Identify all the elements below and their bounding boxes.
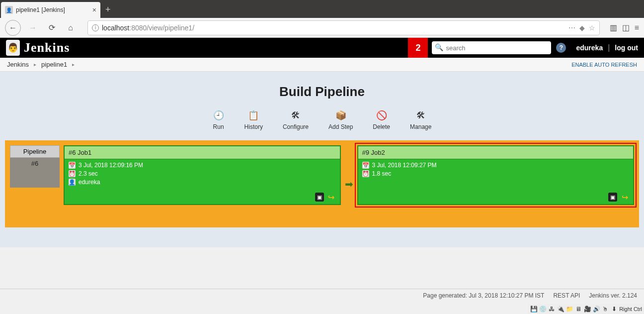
delete-label: Delete: [373, 123, 390, 130]
chevron-right-icon: ▸: [34, 62, 36, 67]
shield-icon[interactable]: ◆: [579, 24, 585, 32]
search-input[interactable]: [432, 41, 551, 54]
delete-button[interactable]: 🚫 Delete: [373, 109, 390, 130]
pipeline-panel: Pipeline #6 #6 Job1 📅3 Jul, 2018 12:09:1…: [5, 140, 639, 227]
main-area: Build Pipeline 🕘 Run 📋 History 🛠 Configu…: [0, 72, 644, 247]
vm-recording-icon[interactable]: 🎥: [583, 305, 591, 313]
job-card-1: #6 Job1 📅3 Jul, 2018 12:09:16 PM ⏰2.3 se…: [64, 145, 341, 205]
console-output-button[interactable]: ▣: [608, 193, 617, 202]
browser-toolbar: ← → ⟳ ⌂ i localhost:8080/view/pipeline1/…: [0, 18, 644, 38]
help-icon[interactable]: ?: [556, 43, 566, 53]
manage-icon: 🛠: [415, 109, 427, 121]
calendar-icon: 📅: [362, 162, 369, 169]
clock-icon: ⏰: [69, 170, 76, 177]
vm-usb-icon[interactable]: 🔌: [557, 305, 564, 313]
page-generated-text: Page generated: Jul 3, 2018 12:10:27 PM …: [423, 292, 544, 299]
url-bar[interactable]: i localhost:8080/view/pipeline1/ ⋯ ◆ ☆: [87, 20, 600, 35]
run-label: Run: [213, 123, 224, 130]
manage-label: Manage: [410, 123, 431, 130]
pipeline-info-header: Pipeline: [10, 145, 60, 158]
pipeline-build-number[interactable]: #6: [10, 158, 60, 188]
tab-title: pipeline1 [Jenkins]: [16, 6, 65, 13]
vm-display-icon[interactable]: 🖥: [574, 305, 582, 313]
search-container: 🔍: [432, 41, 551, 54]
url-host: localhost: [102, 24, 129, 32]
configure-icon: 🛠: [290, 109, 302, 121]
rest-api-link[interactable]: REST API: [553, 292, 580, 299]
job2-title[interactable]: #9 Job2: [358, 146, 634, 159]
vm-network-icon[interactable]: 🖧: [548, 305, 556, 313]
job1-timestamp: 3 Jul, 2018 12:09:16 PM: [79, 162, 143, 169]
add-step-button[interactable]: 📦 Add Step: [328, 109, 353, 130]
vm-shared-icon[interactable]: 📁: [565, 305, 573, 313]
vm-optical-icon[interactable]: 💿: [539, 305, 547, 313]
vm-keyboard-icon[interactable]: ⬇: [610, 305, 618, 313]
browser-tab-strip: 👤 pipeline1 [Jenkins] × +: [0, 0, 644, 18]
run-icon: 🕘: [213, 109, 225, 121]
notification-badge[interactable]: 2: [408, 38, 428, 58]
rerun-button[interactable]: ↪: [327, 193, 336, 202]
vm-mouse-icon[interactable]: 🖱: [601, 305, 609, 313]
breadcrumb-view[interactable]: pipeline1: [41, 61, 67, 68]
chevron-right-icon: ▸: [72, 62, 75, 67]
jenkins-brand-text: Jenkins: [24, 40, 70, 55]
tab-favicon-icon: 👤: [5, 6, 13, 14]
sidebar-icon[interactable]: ◫: [622, 23, 630, 32]
jenkins-logo[interactable]: 👨 Jenkins: [6, 40, 70, 56]
clock-icon: ⏰: [362, 170, 369, 177]
forward-button[interactable]: →: [26, 21, 40, 35]
user-icon: 👤: [69, 179, 76, 186]
job-card-2: #9 Job2 📅3 Jul, 2018 12:09:27 PM ⏰1.8 se…: [357, 145, 635, 205]
library-icon[interactable]: ▥: [610, 23, 617, 32]
url-port: :8080: [129, 24, 147, 32]
run-button[interactable]: 🕘 Run: [213, 109, 225, 130]
more-icon[interactable]: ⋯: [568, 24, 575, 32]
host-key-label: Right Ctrl: [619, 306, 642, 312]
bookmark-star-icon[interactable]: ☆: [589, 24, 595, 32]
configure-label: Configure: [283, 123, 309, 130]
new-tab-button[interactable]: +: [105, 4, 111, 15]
separator: |: [608, 43, 610, 52]
add-step-label: Add Step: [328, 123, 353, 130]
logout-link[interactable]: log out: [615, 44, 638, 52]
back-button[interactable]: ←: [5, 20, 21, 36]
jenkins-butler-icon: 👨: [6, 40, 20, 56]
site-info-icon[interactable]: i: [92, 24, 99, 31]
breadcrumb-root[interactable]: Jenkins: [7, 61, 29, 68]
reload-button[interactable]: ⟳: [45, 21, 59, 35]
vm-status-bar: 💾 💿 🖧 🔌 📁 🖥 🎥 🔊 🖱 ⬇ Right Ctrl: [528, 304, 644, 314]
add-step-icon: 📦: [335, 109, 347, 121]
console-output-button[interactable]: ▣: [315, 193, 324, 202]
pipeline-info-column: Pipeline #6: [10, 145, 60, 188]
job1-duration: 2.3 sec: [79, 170, 98, 177]
history-button[interactable]: 📋 History: [244, 109, 263, 130]
vm-disk-icon[interactable]: 💾: [530, 305, 538, 313]
history-icon: 📋: [247, 109, 259, 121]
user-link[interactable]: edureka: [576, 44, 603, 52]
configure-button[interactable]: 🛠 Configure: [283, 109, 309, 130]
footer-divider: [0, 289, 644, 289]
vm-audio-icon[interactable]: 🔊: [592, 305, 600, 313]
url-path: /view/pipeline1/: [147, 24, 194, 32]
home-button[interactable]: ⌂: [64, 21, 78, 35]
job2-duration: 1.8 sec: [372, 170, 392, 177]
manage-button[interactable]: 🛠 Manage: [410, 109, 431, 130]
breadcrumb-bar: Jenkins ▸ pipeline1 ▸ ENABLE AUTO REFRES…: [0, 58, 644, 72]
page-title: Build Pipeline: [0, 84, 644, 100]
rerun-button[interactable]: ↪: [620, 193, 629, 202]
action-bar: 🕘 Run 📋 History 🛠 Configure 📦 Add Step 🚫…: [0, 109, 644, 130]
tab-close-icon[interactable]: ×: [92, 6, 96, 14]
pipeline-arrow-icon: ➡: [345, 178, 353, 190]
calendar-icon: 📅: [69, 162, 76, 169]
job2-timestamp: 3 Jul, 2018 12:09:27 PM: [372, 162, 437, 169]
page-footer: Page generated: Jul 3, 2018 12:10:27 PM …: [423, 292, 637, 299]
history-label: History: [244, 123, 263, 130]
job1-title[interactable]: #6 Job1: [65, 146, 340, 159]
delete-icon: 🚫: [376, 109, 388, 121]
browser-tab[interactable]: 👤 pipeline1 [Jenkins] ×: [1, 2, 100, 18]
menu-icon[interactable]: ≡: [635, 23, 639, 32]
search-icon: 🔍: [435, 43, 443, 51]
jenkins-version-text: Jenkins ver. 2.124: [589, 292, 637, 299]
enable-auto-refresh-link[interactable]: ENABLE AUTO REFRESH: [571, 62, 637, 68]
jenkins-header: 👨 Jenkins 2 🔍 ? edureka | log out: [0, 38, 644, 58]
